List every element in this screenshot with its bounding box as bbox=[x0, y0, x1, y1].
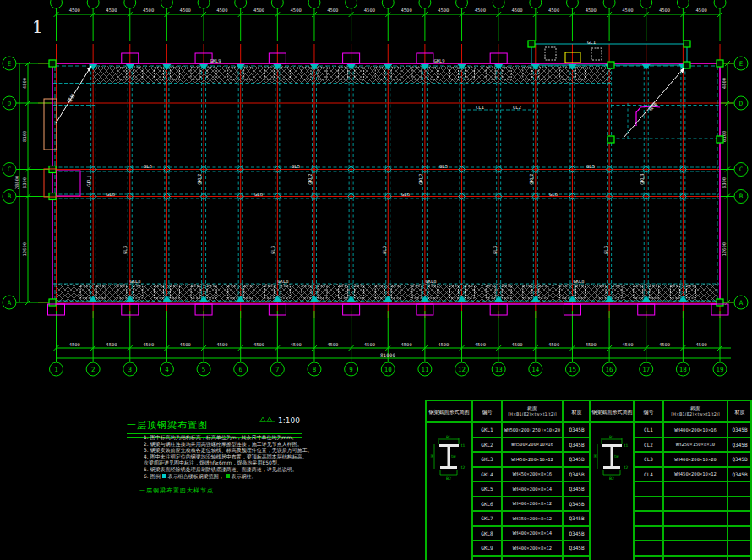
beam-id-cell: CL3 bbox=[634, 452, 663, 467]
svg-text:4500: 4500 bbox=[327, 8, 338, 13]
svg-text:4500: 4500 bbox=[622, 8, 633, 13]
beam-section-cell bbox=[663, 526, 727, 541]
beam-id-cell: GKL9 bbox=[472, 541, 502, 556]
beam-material-cell bbox=[727, 481, 752, 497]
svg-text:B2: B2 bbox=[446, 476, 451, 481]
plan-scale: 1:100 bbox=[278, 416, 300, 425]
beam-label: GL5 bbox=[439, 164, 448, 169]
svg-text:8100: 8100 bbox=[22, 131, 27, 142]
svg-text:C: C bbox=[8, 166, 12, 173]
beam-section-cell: WH450×200×8×16 bbox=[502, 467, 563, 482]
grid-bubble-top bbox=[161, 0, 172, 8]
beam-section-cell: WH500×200×10×16 bbox=[502, 438, 563, 453]
svg-text:A: A bbox=[8, 299, 12, 307]
beam-label: GKL2 bbox=[308, 173, 313, 184]
svg-text:4500: 4500 bbox=[659, 342, 670, 347]
grid-bubble-top bbox=[566, 0, 578, 8]
beam-id-cell: GKL10 bbox=[472, 556, 502, 560]
svg-text:10: 10 bbox=[384, 366, 393, 373]
beam-id-cell: GKL1 bbox=[472, 422, 502, 438]
grid-bubble-top bbox=[603, 0, 615, 8]
grid-bubble-top bbox=[456, 0, 468, 8]
beam-id-cell: GKL2 bbox=[472, 438, 502, 453]
svg-text:4500: 4500 bbox=[696, 8, 707, 13]
svg-text:4500: 4500 bbox=[548, 342, 559, 347]
beam-material-cell: Q345B bbox=[563, 541, 591, 556]
note-line: 5. 钢梁表面经除锈处理后刷防锈底漆两道、面漆两道，详见总说明。 bbox=[144, 466, 422, 473]
svg-text:4500: 4500 bbox=[511, 342, 522, 347]
svg-text:4500: 4500 bbox=[586, 342, 597, 347]
beam-section-cell: WH400×200×10×16 bbox=[663, 422, 727, 438]
svg-text:4800: 4800 bbox=[22, 78, 27, 89]
svg-text:9: 9 bbox=[349, 366, 353, 373]
beam-label: GL6 bbox=[106, 192, 115, 197]
beam-material-cell bbox=[727, 541, 752, 556]
beam-label: GKL9 bbox=[210, 58, 221, 63]
svg-text:D: D bbox=[8, 100, 12, 107]
legend-note: 6. 图例表示组合楼板钢梁范围，表示钢柱。 bbox=[144, 473, 422, 480]
svg-text:16: 16 bbox=[606, 366, 614, 373]
svg-text:4500: 4500 bbox=[180, 342, 191, 347]
beam-label: GL1 bbox=[587, 40, 596, 45]
grid-bubble-top bbox=[124, 0, 136, 8]
beam-label: GL5 bbox=[586, 164, 595, 169]
beam-id-cell: CL4 bbox=[634, 467, 663, 482]
svg-text:4500: 4500 bbox=[143, 342, 154, 347]
beam-material-cell bbox=[727, 511, 752, 526]
svg-text:1: 1 bbox=[54, 366, 58, 373]
cad-drawing-stage: 12345678910111213141516171819EEDDCCBBAA4… bbox=[0, 0, 752, 560]
svg-text:3300: 3300 bbox=[22, 177, 27, 188]
svg-text:4500: 4500 bbox=[291, 342, 302, 347]
svg-text:12600: 12600 bbox=[22, 242, 27, 257]
svg-text:t2: t2 bbox=[624, 465, 628, 470]
beam-material-cell: Q345B bbox=[727, 438, 752, 453]
beam-id-cell: GKL5 bbox=[472, 481, 502, 497]
grid-bubble-top bbox=[640, 0, 652, 8]
beam-id-cell bbox=[634, 511, 663, 526]
svg-text:3300: 3300 bbox=[722, 177, 727, 188]
legend-beam-swatch bbox=[162, 474, 166, 478]
beam-section-cell: WH400×200×8×12 bbox=[502, 541, 563, 556]
svg-text:5: 5 bbox=[202, 366, 206, 373]
beam-material-cell: Q345B bbox=[563, 511, 591, 526]
table-header-id: 编号 bbox=[472, 400, 502, 422]
grid-bubble-top bbox=[51, 0, 63, 8]
svg-text:4500: 4500 bbox=[401, 8, 411, 13]
beam-material-cell bbox=[727, 556, 752, 560]
beam-label: GKL3 bbox=[640, 173, 645, 184]
beam-label: GL6 bbox=[549, 192, 558, 197]
beam-label: GKL8 bbox=[573, 279, 584, 284]
svg-text:4500: 4500 bbox=[475, 342, 486, 347]
beam-id-cell bbox=[634, 481, 663, 497]
grid-bubble-top bbox=[382, 0, 394, 8]
beam-section-cell: WH400×200×10×20 bbox=[663, 452, 727, 467]
table-header-id: 编号 bbox=[634, 400, 663, 422]
table-header-material: 材质 bbox=[563, 400, 591, 422]
beam-label: GL3 bbox=[123, 246, 128, 254]
svg-text:17: 17 bbox=[642, 366, 650, 373]
svg-text:4500: 4500 bbox=[69, 8, 80, 13]
beam-material-cell: Q345B bbox=[563, 422, 591, 438]
grid-bubble-top bbox=[235, 0, 247, 8]
misc-details bbox=[44, 99, 660, 197]
beam-material-cell: Q345B bbox=[563, 556, 591, 560]
svg-text:H: H bbox=[430, 454, 434, 457]
svg-text:4500: 4500 bbox=[622, 342, 633, 347]
beam-material-cell: Q345B bbox=[563, 452, 591, 467]
svg-text:4500: 4500 bbox=[180, 8, 191, 13]
svg-text:4500: 4500 bbox=[216, 342, 227, 347]
plan-title: 一层顶钢梁布置图 bbox=[127, 419, 208, 432]
note-line: 3. 钢梁安装前应先校核各定位轴线、标高及预埋件位置，无误后方可施工。 bbox=[144, 447, 422, 454]
svg-text:13: 13 bbox=[495, 366, 503, 373]
beam-label: GL3 bbox=[603, 246, 608, 254]
svg-text:B2: B2 bbox=[609, 476, 614, 481]
scale-symbol-icon bbox=[259, 416, 275, 423]
svg-text:4500: 4500 bbox=[659, 8, 670, 13]
beam-material-cell: Q345B bbox=[563, 526, 591, 541]
table-header-section: 截面[H×B1(B2)×tw×t1(t2)] bbox=[663, 400, 727, 422]
beam-id-cell: CL1 bbox=[634, 422, 663, 438]
grid-bubble-top bbox=[714, 0, 726, 8]
note-line: 次梁间距详见图中标注，焊缝hf≥6mm，焊条均采用E50型。 bbox=[144, 459, 422, 466]
svg-text:81000: 81000 bbox=[380, 352, 395, 358]
beam-label: GKL8 bbox=[277, 279, 288, 284]
